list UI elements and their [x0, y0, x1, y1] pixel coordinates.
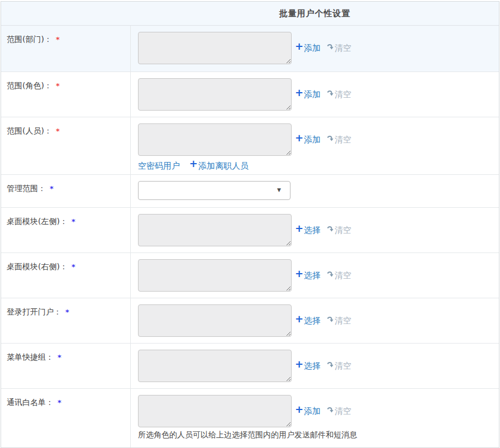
page-title: 批量用户个性设置: [131, 8, 499, 19]
login-portal-label: 登录打开门户：*: [1, 298, 131, 343]
row-scope-role: 范围(角色)：* +添加 清空: [1, 72, 499, 117]
role-scope-textarea[interactable]: [138, 78, 292, 111]
clear-arrow-icon: [327, 316, 334, 323]
desktop-left-label: 桌面模块(左侧)：*: [1, 208, 131, 252]
plus-icon: +: [295, 41, 303, 51]
clear-label: 清空: [335, 44, 351, 53]
whitelist-textarea[interactable]: [138, 395, 292, 427]
scope-role-label: 范围(角色)：*: [1, 72, 131, 117]
select-label: 选择: [304, 226, 321, 235]
row-communication-whitelist: 通讯白名单：* +添加 清空 所选角色的人员可以给上边选择范围内的用户发送邮件和…: [1, 389, 499, 447]
role-clear-button[interactable]: 清空: [327, 90, 351, 99]
empty-password-users-link[interactable]: 空密码用户: [138, 161, 180, 171]
clear-label: 清空: [335, 317, 351, 325]
row-login-portal: 登录打开门户：* +选择 清空: [1, 298, 499, 344]
row-scope-department: 范围(部门)：* +添加 清空: [1, 26, 499, 72]
menu-shortcut-select-button[interactable]: +选择: [295, 361, 321, 371]
add-resigned-label: 添加离职人员: [198, 161, 249, 171]
label-text: 菜单快捷组：: [7, 352, 54, 361]
menu-shortcut-clear-button[interactable]: 清空: [327, 362, 351, 370]
dept-add-button[interactable]: +添加: [295, 43, 321, 53]
label-text: 范围(部门)：: [7, 35, 52, 44]
label-text: 登录打开门户：: [7, 307, 61, 316]
clear-arrow-icon: [327, 43, 334, 50]
plus-icon: +: [295, 359, 303, 369]
required-asterisk: *: [58, 353, 61, 361]
row-menu-shortcut-group: 菜单快捷组：* +选择 清空: [1, 344, 499, 389]
select-label: 选择: [304, 271, 321, 280]
label-text: 桌面模块(右侧)：: [7, 262, 68, 271]
plus-icon: +: [189, 158, 198, 169]
clear-label: 清空: [335, 362, 351, 370]
desktop-right-clear-button[interactable]: 清空: [327, 271, 351, 280]
login-portal-textarea[interactable]: [138, 304, 292, 337]
desktop-right-label: 桌面模块(右侧)：*: [1, 253, 131, 298]
label-text: 通讯白名单：: [7, 398, 54, 407]
add-resigned-person-link[interactable]: +添加离职人员: [189, 161, 249, 171]
clear-label: 清空: [335, 226, 351, 235]
label-text: 范围(角色)：: [7, 81, 52, 90]
menu-shortcut-label: 菜单快捷组：*: [1, 344, 131, 388]
clear-label: 清空: [335, 271, 351, 280]
clear-arrow-icon: [327, 225, 334, 232]
add-label: 添加: [304, 90, 321, 99]
label-text: 管理范围：: [7, 184, 46, 193]
role-add-button[interactable]: +添加: [295, 89, 321, 99]
desktop-right-select-button[interactable]: +选择: [295, 270, 321, 280]
plus-icon: +: [295, 314, 303, 324]
panel-header: 批量用户个性设置: [1, 2, 499, 26]
plus-icon: +: [295, 88, 303, 98]
required-asterisk: *: [50, 184, 54, 193]
plus-icon: +: [295, 133, 303, 143]
select-label: 选择: [304, 317, 321, 325]
add-label: 添加: [304, 407, 321, 416]
required-asterisk: *: [65, 308, 69, 316]
row-manage-scope: 管理范围：* ▼: [1, 175, 499, 208]
label-text: 范围(人员)：: [7, 126, 52, 135]
required-asterisk: *: [56, 82, 60, 90]
manage-scope-select[interactable]: [138, 181, 291, 200]
select-label: 选择: [304, 362, 321, 370]
row-scope-person: 范围(人员)：* +添加 清空 空密码用户 +添加离职人员: [1, 117, 499, 175]
manage-scope-label: 管理范围：*: [1, 175, 131, 207]
person-add-button[interactable]: +添加: [295, 135, 321, 145]
plus-icon: +: [295, 404, 303, 414]
required-asterisk: *: [56, 35, 60, 44]
required-asterisk: *: [56, 127, 60, 135]
clear-arrow-icon: [327, 361, 334, 368]
clear-arrow-icon: [327, 135, 334, 142]
desktop-left-textarea[interactable]: [138, 214, 292, 246]
scope-department-label: 范围(部门)：*: [1, 26, 131, 72]
whitelist-add-button[interactable]: +添加: [295, 406, 321, 416]
clear-label: 清空: [335, 90, 351, 99]
desktop-right-textarea[interactable]: [138, 259, 292, 292]
desktop-left-select-button[interactable]: +选择: [295, 225, 321, 235]
person-scope-textarea[interactable]: [138, 123, 292, 156]
row-desktop-module-right: 桌面模块(右侧)：* +选择 清空: [1, 253, 499, 298]
whitelist-clear-button[interactable]: 清空: [327, 407, 351, 416]
dept-clear-button[interactable]: 清空: [327, 44, 351, 53]
batch-user-settings-panel: 批量用户个性设置 范围(部门)：* +添加 清空 范围(角色)：* +添加 清空: [1, 1, 499, 448]
login-portal-clear-button[interactable]: 清空: [327, 317, 351, 325]
required-asterisk: *: [72, 263, 75, 271]
whitelist-help-note: 所选角色的人员可以给上边选择范围内的用户发送邮件和短消息: [138, 430, 499, 440]
required-asterisk: *: [72, 217, 75, 226]
clear-arrow-icon: [327, 89, 334, 97]
whitelist-label: 通讯白名单：*: [1, 389, 131, 447]
plus-icon: +: [295, 223, 303, 233]
dept-scope-textarea[interactable]: [138, 32, 292, 64]
scope-person-label: 范围(人员)：*: [1, 117, 131, 174]
add-label: 添加: [304, 44, 321, 53]
clear-label: 清空: [335, 407, 351, 416]
menu-shortcut-textarea[interactable]: [138, 350, 292, 382]
clear-arrow-icon: [327, 406, 334, 413]
login-portal-select-button[interactable]: +选择: [295, 316, 321, 326]
plus-icon: +: [295, 269, 303, 279]
required-asterisk: *: [58, 398, 61, 407]
clear-label: 清空: [335, 136, 351, 144]
row-desktop-module-left: 桌面模块(左侧)：* +选择 清空: [1, 208, 499, 253]
label-text: 桌面模块(左侧)：: [7, 217, 68, 226]
person-clear-button[interactable]: 清空: [327, 136, 351, 144]
clear-arrow-icon: [327, 270, 334, 278]
desktop-left-clear-button[interactable]: 清空: [327, 226, 351, 235]
